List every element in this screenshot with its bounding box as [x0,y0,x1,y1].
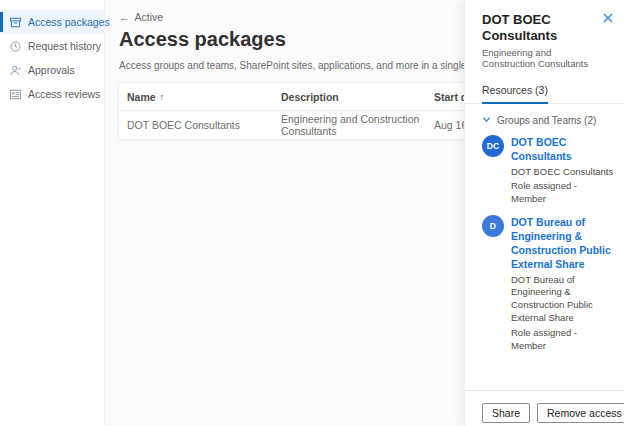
tab-resources[interactable]: Resources (3) [482,84,548,104]
cell-name[interactable]: DOT BOEC Consultants [119,119,281,131]
sidebar-item-request-history[interactable]: Request history [0,34,104,58]
panel-footer: Share Remove access [465,390,624,426]
resource-link[interactable]: DOT BOEC Consultants [511,135,614,163]
panel-title: DOT BOEC Consultants [482,12,603,43]
sidebar-item-access-reviews[interactable]: Access reviews [0,82,104,106]
resource-role: Role assigned - Member [511,180,614,206]
resource-subtitle: DOT Bureau of Engineering & Construction… [511,274,614,325]
column-header-name[interactable]: Name ↑ [119,91,281,103]
sidebar-item-approvals[interactable]: Approvals [0,58,104,82]
panel-subtitle: Engineering and Construction Consultants [465,43,624,69]
close-icon[interactable] [603,13,613,23]
sort-ascending-icon: ↑ [160,92,165,102]
resource-subtitle: DOT BOEC Consultants [511,166,614,179]
section-groups-and-teams[interactable]: Groups and Teams (2) [465,104,624,126]
person-check-icon [9,64,22,77]
sidebar-item-label: Request history [28,40,101,52]
avatar: D [482,215,504,237]
resource-item: DC DOT BOEC Consultants DOT BOEC Consult… [465,126,624,206]
sidebar-item-label: Approvals [28,64,75,76]
resource-link[interactable]: DOT Bureau of Engineering & Construction… [511,215,614,272]
chevron-down-icon [482,115,491,126]
resource-item: D DOT Bureau of Engineering & Constructi… [465,206,624,353]
sidebar: Access packages Request history Approval… [0,0,105,426]
cell-description: Engineering and Construction Consultants [281,113,434,137]
package-box-icon [9,16,22,29]
remove-access-button[interactable]: Remove access [537,403,624,423]
resource-role: Role assigned - Member [511,327,614,353]
sidebar-item-label: Access packages [28,16,110,28]
column-header-description[interactable]: Description [281,91,434,103]
share-button[interactable]: Share [482,403,530,423]
sidebar-item-access-packages[interactable]: Access packages [0,10,104,34]
sidebar-item-label: Access reviews [28,88,100,100]
back-arrow-icon: ← [119,11,130,23]
history-clock-icon [9,40,22,53]
details-panel: DOT BOEC Consultants Engineering and Con… [464,0,624,426]
panel-tabbar: Resources (3) [465,80,624,104]
section-label: Groups and Teams (2) [497,115,596,126]
review-checklist-icon [9,88,22,101]
avatar: DC [482,135,504,157]
back-link-label: Active [135,11,164,23]
